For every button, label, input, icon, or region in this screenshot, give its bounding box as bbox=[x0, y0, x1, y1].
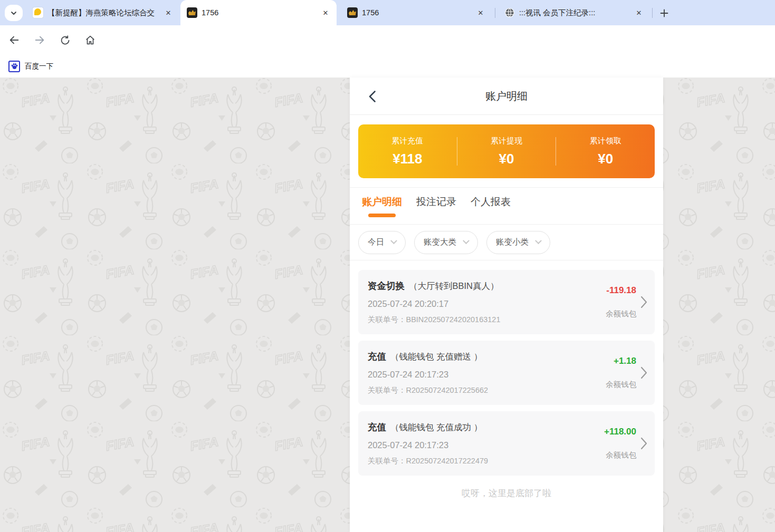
chevron-down-icon bbox=[535, 237, 542, 244]
total-deposit-value: ¥118 bbox=[393, 151, 422, 167]
page-title: 账户明细 bbox=[350, 78, 663, 115]
txn-subtitle: （钱能钱包 充值赠送 ） bbox=[390, 351, 482, 363]
chevron-right-icon bbox=[640, 437, 647, 450]
forward-button[interactable] bbox=[31, 31, 49, 49]
browser-tab-strip: 【新提醒】海燕策略论坛综合交 ✕ 1756 ✕ 1756 ✕ :::视讯 会员下… bbox=[0, 0, 775, 25]
total-withdraw: 累计提现 ¥0 bbox=[457, 136, 556, 167]
browser-tab-1[interactable]: 【新提醒】海燕策略论坛综合交 ✕ bbox=[26, 0, 179, 25]
bookmark-baidu[interactable]: 百度一下 bbox=[25, 62, 53, 71]
total-withdraw-label: 累计提现 bbox=[491, 136, 522, 146]
tab-label: 投注记录 bbox=[416, 195, 456, 209]
active-tab-underline bbox=[368, 214, 396, 217]
browser-toolbar: 175616.cc/reports/index bbox=[0, 25, 775, 55]
forward-arrow-icon bbox=[34, 34, 45, 46]
filter-date-dropdown[interactable]: 今日 bbox=[358, 231, 406, 254]
tab-label: 账户明细 bbox=[362, 195, 402, 209]
transaction-row[interactable]: 充值 （钱能钱包 充值成功 ） 2025-07-24 20:17:23 关联单号… bbox=[358, 411, 655, 476]
summary-section: 累计充值 ¥118 累计提现 ¥0 累计领取 ¥0 bbox=[350, 115, 663, 188]
home-button[interactable] bbox=[81, 31, 99, 49]
tab-separator bbox=[495, 8, 495, 18]
tab-separator bbox=[652, 8, 653, 18]
txn-type: 资金切换 bbox=[368, 279, 405, 292]
txn-wallet: 余额钱包 bbox=[606, 450, 636, 460]
close-icon[interactable]: ✕ bbox=[634, 8, 644, 17]
bookmarks-bar: 百度一下 bbox=[0, 55, 775, 78]
filters-row: 今日 账变大类 账变小类 bbox=[350, 225, 663, 260]
txn-amount: -119.18 bbox=[606, 285, 636, 296]
baidu-paw-icon bbox=[8, 61, 20, 72]
txn-subtitle: （钱能钱包 充值成功 ） bbox=[390, 422, 482, 433]
txn-datetime: 2025-07-24 20:20:17 bbox=[368, 299, 501, 309]
tab-title: 【新提醒】海燕策略论坛综合交 bbox=[47, 8, 159, 18]
txn-order-number: 关联单号：R202507242017225662 bbox=[368, 385, 488, 395]
txn-order-number: 关联单号：BBIN202507242020163121 bbox=[368, 315, 501, 325]
transaction-row[interactable]: 充值 （钱能钱包 充值赠送 ） 2025-07-24 20:17:23 关联单号… bbox=[358, 341, 655, 405]
reload-button[interactable] bbox=[56, 31, 74, 49]
browser-tab-4[interactable]: :::视讯 会员下注纪录::: ✕ bbox=[498, 0, 650, 25]
tab-title: 1756 bbox=[362, 8, 472, 17]
tab-label: 个人报表 bbox=[471, 195, 511, 209]
chevron-down-icon bbox=[463, 237, 470, 244]
new-tab-button[interactable] bbox=[657, 6, 671, 20]
close-icon[interactable]: ✕ bbox=[321, 8, 330, 17]
close-icon[interactable]: ✕ bbox=[164, 8, 173, 17]
total-deposit: 累计充值 ¥118 bbox=[358, 136, 457, 167]
txn-wallet: 余额钱包 bbox=[606, 309, 636, 319]
tab-title: 1756 bbox=[202, 8, 317, 17]
txn-subtitle: （大厅转到BBIN真人） bbox=[409, 280, 499, 292]
account-panel: 账户明细 累计充值 ¥118 累计提现 ¥0 累计领取 ¥0 账户明细 投注 bbox=[350, 78, 663, 532]
total-claimed-value: ¥0 bbox=[598, 151, 613, 167]
chevron-down-icon bbox=[390, 237, 397, 244]
total-claimed-label: 累计领取 bbox=[590, 136, 621, 146]
txn-type: 充值 bbox=[368, 350, 386, 363]
total-withdraw-value: ¥0 bbox=[499, 151, 514, 167]
plus-icon bbox=[660, 9, 668, 17]
totals-card: 累计充值 ¥118 累计提现 ¥0 累计领取 ¥0 bbox=[358, 124, 655, 178]
chevron-down-icon bbox=[10, 9, 17, 17]
browser-tab-2-active[interactable]: 1756 ✕ bbox=[180, 0, 337, 25]
forum-favicon-icon bbox=[33, 7, 43, 18]
txn-type: 充值 bbox=[368, 421, 386, 433]
txn-datetime: 2025-07-24 20:17:23 bbox=[368, 440, 488, 450]
transaction-row[interactable]: 资金切换 （大厅转到BBIN真人） 2025-07-24 20:20:17 关联… bbox=[358, 270, 655, 334]
chevron-right-icon bbox=[640, 366, 647, 379]
close-icon[interactable]: ✕ bbox=[476, 8, 485, 17]
total-deposit-label: 累计充值 bbox=[391, 136, 423, 146]
gold-emblem-favicon-icon bbox=[347, 7, 358, 18]
filter-major-category-dropdown[interactable]: 账变大类 bbox=[414, 231, 478, 254]
back-button[interactable] bbox=[5, 31, 23, 49]
reload-icon bbox=[60, 35, 71, 46]
home-icon bbox=[84, 34, 96, 46]
tab-personal-report[interactable]: 个人报表 bbox=[471, 195, 511, 217]
filter-label: 账变小类 bbox=[496, 237, 529, 248]
filter-label: 今日 bbox=[368, 237, 384, 248]
end-of-list-text: 哎呀，这里是底部了啦 bbox=[358, 487, 655, 499]
filter-minor-category-dropdown[interactable]: 账变小类 bbox=[486, 231, 550, 254]
txn-amount: +1.18 bbox=[614, 356, 636, 366]
page-tabs: 账户明细 投注记录 个人报表 bbox=[350, 188, 663, 225]
tab-search-button[interactable] bbox=[5, 5, 23, 21]
txn-order-number: 关联单号：R202507242017222479 bbox=[368, 456, 488, 466]
gold-emblem-favicon-icon bbox=[187, 7, 197, 18]
browser-tab-3[interactable]: 1756 ✕ bbox=[341, 0, 492, 25]
txn-amount: +118.00 bbox=[604, 427, 636, 437]
tab-title: :::视讯 会员下注纪录::: bbox=[519, 8, 630, 18]
txn-datetime: 2025-07-24 20:17:23 bbox=[368, 370, 488, 380]
txn-wallet: 余额钱包 bbox=[606, 380, 636, 390]
tab-bet-records[interactable]: 投注记录 bbox=[416, 195, 456, 217]
tab-account-detail[interactable]: 账户明细 bbox=[362, 195, 402, 217]
transaction-list: 资金切换 （大厅转到BBIN真人） 2025-07-24 20:20:17 关联… bbox=[350, 260, 663, 499]
filter-label: 账变大类 bbox=[424, 237, 456, 248]
globe-icon bbox=[504, 7, 515, 18]
back-arrow-icon bbox=[8, 34, 20, 46]
chevron-right-icon bbox=[640, 296, 647, 308]
total-claimed: 累计领取 ¥0 bbox=[556, 136, 655, 167]
panel-header: 账户明细 bbox=[350, 78, 663, 115]
